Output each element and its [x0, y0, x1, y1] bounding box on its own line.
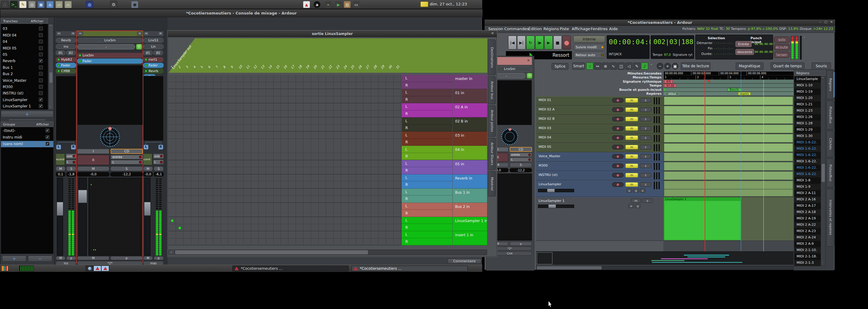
matrix-port-cell[interactable]: R — [402, 124, 453, 132]
region-list-item[interactable]: MIDI 1-6-22. — [794, 159, 821, 165]
panel-tab-4[interactable]: Intervalles et repères — [827, 189, 834, 247]
matrix-row-name[interactable]: insert 1 in — [453, 231, 487, 245]
processor-entry[interactable]: Revrb — [143, 68, 164, 74]
mute-button[interactable]: M — [143, 166, 153, 171]
region-list-item[interactable]: MIDI 2-1-18. — [794, 253, 821, 260]
tranche-visible-checkbox[interactable] — [39, 33, 43, 37]
workspace-cell-active[interactable] — [101, 266, 109, 271]
bbt-clock[interactable]: 002|03|1886Tempo97,0Signature ryt — [651, 35, 694, 59]
processor-entry[interactable]: HybR2 — [56, 57, 76, 62]
punch-out-button[interactable]: descente — [735, 49, 754, 55]
loop-start-icon[interactable] — [664, 88, 667, 91]
pan-knob-dot[interactable] — [108, 127, 112, 130]
folder-documents-icon[interactable]: ▱ — [64, 1, 72, 8]
record-led-icon[interactable] — [528, 159, 531, 161]
record-led-icon[interactable] — [160, 161, 163, 164]
matrix-scroll-left-icon[interactable]: ‹ — [168, 250, 174, 255]
tempo-label[interactable]: Tempo — [652, 53, 662, 56]
track-name-label[interactable]: MIDI 02 B — [538, 117, 555, 121]
track-fader[interactable] — [538, 204, 574, 208]
track-record-button[interactable] — [612, 117, 624, 121]
record-led-icon[interactable] — [139, 161, 142, 164]
levels-applet-icon[interactable] — [1, 265, 8, 271]
pan-right-button[interactable]: R — [71, 144, 76, 150]
track-record-button[interactable] — [612, 136, 624, 140]
track-record-button[interactable] — [612, 107, 624, 112]
matrix-tab-4[interactable]: Matériel — [488, 171, 496, 196]
punch-in-time[interactable]: 00:00:00:00 — [755, 43, 773, 46]
terminal-icon[interactable]: >_ — [10, 1, 18, 8]
region-list-item[interactable]: MIDI 1-23 — [794, 108, 821, 114]
track-solo-button[interactable]: s — [640, 164, 651, 168]
tranche-visible-checkbox[interactable] — [39, 65, 43, 69]
track-mute-button[interactable]: m — [625, 107, 638, 112]
pan-knob[interactable] — [100, 127, 120, 147]
zoom-out-button[interactable]: − — [657, 63, 663, 69]
workspace-cell[interactable] — [86, 266, 94, 271]
range-tool[interactable]: ↔ — [594, 62, 601, 70]
processor-led-icon[interactable] — [79, 60, 82, 62]
strip-name-button[interactable]: LnxS1 — [143, 38, 164, 43]
tranche-visible-checkbox[interactable] — [39, 39, 43, 44]
track-mute-button[interactable]: m — [625, 173, 638, 177]
matrix-port-cell[interactable]: L — [402, 132, 453, 139]
track-record-button[interactable] — [612, 154, 624, 159]
track-record-button[interactable] — [612, 145, 624, 149]
region-list-item[interactable]: MIDI 1-6-22. — [794, 146, 821, 152]
tranche-row[interactable]: Bus 1 — [1, 64, 48, 71]
zoom-fit-button[interactable]: ▣ — [672, 63, 678, 69]
matrix-port-cell[interactable]: R — [402, 110, 453, 118]
punch-out-time[interactable]: 00:00:00:00 — [755, 50, 773, 53]
track-record-button[interactable] — [612, 182, 624, 187]
matrix-port-cell[interactable]: R — [402, 96, 453, 104]
comment-button[interactable]: Commentaire — [447, 259, 481, 264]
track-header[interactable]: M300ms — [536, 162, 663, 171]
stop-button[interactable]: ■ — [553, 36, 562, 50]
processor-led-icon[interactable] — [145, 64, 147, 67]
left-port-button[interactable]: L — [153, 160, 164, 165]
loop-button[interactable]: ↻ — [526, 36, 535, 50]
play-button[interactable]: ▶ — [544, 36, 553, 50]
track-canvas-row[interactable] — [663, 96, 794, 106]
snap-unit-dropdown[interactable]: Quart de temps — [771, 62, 804, 70]
chevron-down-icon[interactable]: ⌄ — [650, 62, 653, 66]
track-solo-button[interactable]: s — [640, 173, 651, 177]
editor-titlebar[interactable]: *Cocotiersemeutiers - Ardour — [485, 20, 835, 26]
track-mute-button[interactable]: m — [625, 182, 638, 187]
playhead-dropdown[interactable]: Tête de lecture — [681, 62, 710, 70]
track-record-button[interactable] — [612, 173, 624, 177]
matrix-port-cell[interactable]: L — [402, 231, 453, 238]
ruler-minsec[interactable]: 00:00:00.00000:00:02.00000:00:04.00000:0… — [663, 72, 794, 76]
track-canvas-row[interactable] — [663, 115, 794, 124]
matrix-row-name[interactable]: 04 in — [453, 146, 487, 160]
track-record-button[interactable] — [612, 126, 624, 131]
matrix-row-name[interactable]: 05 in — [453, 160, 487, 174]
écoute-button[interactable]: écoute — [774, 44, 789, 50]
processor-entry[interactable]: LnxSm — [77, 53, 143, 58]
track-solo-button[interactable]: s — [640, 136, 651, 140]
stretch-tool[interactable]: ◫ — [618, 62, 625, 70]
matrix-port-cell[interactable]: L — [402, 174, 453, 182]
track-small-button[interactable]: g — [635, 204, 641, 208]
text-editor-icon[interactable]: ✎ — [19, 1, 27, 8]
meter-point-button[interactable]: M — [77, 256, 110, 260]
region-list-item[interactable]: MIDI 2 A-19 — [794, 216, 821, 222]
screenshot-icon[interactable]: ◉ — [131, 1, 138, 8]
knob-button[interactable] — [136, 44, 142, 50]
group-row[interactable]: (sans nom)✓ — [1, 141, 53, 147]
record-led-icon[interactable] — [139, 156, 142, 159]
track-name-label[interactable]: LinuxSampler — [538, 182, 561, 186]
smart-mode-button[interactable]: Smart — [572, 62, 585, 70]
matrix-port-cell[interactable]: R — [402, 139, 453, 146]
phase-button[interactable]: Ø1 — [143, 50, 153, 55]
matrix-row-name[interactable]: 02 B in — [453, 117, 487, 132]
close-icon[interactable]: ✕ — [829, 20, 834, 24]
loop-marker[interactable]: Boucle — [727, 88, 741, 91]
track-fader[interactable] — [538, 189, 574, 192]
track-canvas-row[interactable] — [663, 134, 794, 143]
input-port-button[interactable]: entrée — [510, 153, 532, 157]
matrix-row-name[interactable]: Bus 1 in — [453, 189, 487, 203]
track-mute-button[interactable]: m — [625, 117, 638, 121]
selection-row-value[interactable]: --:--:--:-- — [714, 47, 734, 50]
tranche-row[interactable]: M300 — [1, 84, 48, 90]
